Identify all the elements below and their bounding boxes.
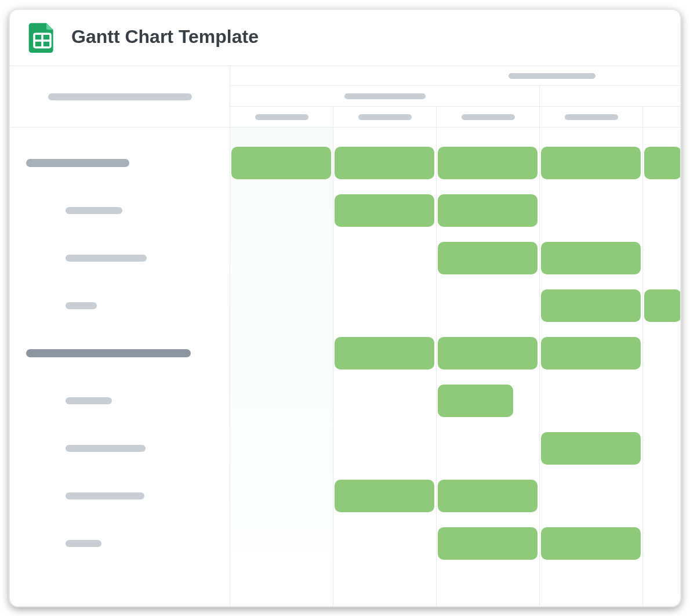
gantt-row bbox=[230, 329, 680, 377]
gantt-bar[interactable] bbox=[438, 194, 538, 227]
page-title: Gantt Chart Template bbox=[71, 26, 259, 48]
task-row[interactable] bbox=[10, 425, 230, 472]
task-label-placeholder bbox=[66, 492, 144, 499]
gantt-bar[interactable] bbox=[335, 337, 434, 369]
task-label-placeholder bbox=[66, 302, 97, 309]
timeline-col-header-placeholder bbox=[565, 114, 618, 120]
gantt-row bbox=[230, 520, 680, 567]
task-column-header-placeholder bbox=[48, 93, 192, 100]
gantt-bar[interactable] bbox=[438, 242, 538, 274]
gantt-bar[interactable] bbox=[231, 147, 331, 179]
timeline-header-row-1 bbox=[230, 66, 680, 86]
timeline-col-header[interactable] bbox=[333, 107, 437, 127]
task-group-header[interactable] bbox=[10, 329, 230, 377]
gantt-row bbox=[230, 472, 680, 520]
body bbox=[10, 66, 680, 606]
timeline-col-header[interactable] bbox=[540, 107, 643, 127]
gantt-bar[interactable] bbox=[335, 194, 434, 227]
gantt-bar[interactable] bbox=[438, 147, 538, 179]
timeline-col-header-placeholder bbox=[358, 114, 412, 120]
task-column-header bbox=[10, 66, 230, 128]
timeline-col-header-placeholder bbox=[255, 114, 308, 120]
timeline-header-row-3 bbox=[230, 107, 680, 128]
gantt-bar[interactable] bbox=[438, 337, 538, 369]
gantt-row bbox=[230, 187, 680, 234]
task-group-label-placeholder bbox=[26, 159, 129, 167]
task-label-placeholder bbox=[66, 397, 112, 404]
task-row[interactable] bbox=[10, 472, 230, 520]
timeline-header-group-placeholder bbox=[344, 93, 426, 99]
google-sheets-icon bbox=[26, 20, 59, 53]
gantt-bar[interactable] bbox=[644, 147, 680, 179]
gantt-bar[interactable] bbox=[335, 480, 434, 512]
gantt-bar[interactable] bbox=[438, 527, 538, 560]
task-label-placeholder bbox=[66, 207, 122, 214]
task-row[interactable] bbox=[10, 282, 230, 329]
timeline-col-header[interactable] bbox=[437, 107, 540, 127]
gantt-bar[interactable] bbox=[541, 289, 641, 322]
timeline bbox=[230, 66, 680, 606]
app-window: Gantt Chart Template bbox=[9, 9, 681, 607]
task-label-placeholder bbox=[66, 255, 147, 262]
task-group-header[interactable] bbox=[10, 139, 230, 187]
timeline-header-row-2 bbox=[230, 86, 680, 107]
task-label-placeholder bbox=[66, 445, 146, 452]
task-group-label-placeholder bbox=[26, 349, 191, 357]
task-row[interactable] bbox=[10, 187, 230, 234]
header: Gantt Chart Template bbox=[10, 10, 680, 66]
timeline-header-group bbox=[540, 86, 680, 106]
gantt-bar[interactable] bbox=[541, 242, 641, 274]
timeline-col-header[interactable] bbox=[230, 107, 333, 127]
gantt-bar[interactable] bbox=[644, 289, 680, 322]
task-row[interactable] bbox=[10, 520, 230, 567]
timeline-grid bbox=[230, 128, 680, 606]
gantt-row bbox=[230, 377, 680, 425]
gantt-row bbox=[230, 234, 680, 282]
timeline-header-group bbox=[230, 86, 540, 106]
gantt-bar[interactable] bbox=[438, 480, 538, 512]
gantt-bar[interactable] bbox=[541, 527, 641, 560]
gantt-row bbox=[230, 425, 680, 472]
timeline-col-header[interactable] bbox=[643, 107, 680, 127]
gantt-bar[interactable] bbox=[541, 337, 641, 369]
task-row[interactable] bbox=[10, 377, 230, 425]
task-column bbox=[10, 66, 230, 606]
gantt-bars bbox=[230, 139, 680, 606]
gantt-bar[interactable] bbox=[438, 385, 513, 417]
gantt-row bbox=[230, 139, 680, 187]
gantt-bar[interactable] bbox=[541, 147, 641, 179]
gantt-bar[interactable] bbox=[541, 432, 641, 465]
task-label-placeholder bbox=[66, 540, 101, 547]
task-rows bbox=[10, 128, 230, 606]
task-row[interactable] bbox=[10, 234, 230, 282]
gantt-bar[interactable] bbox=[335, 147, 434, 179]
gantt-row bbox=[230, 282, 680, 329]
timeline-header-1-placeholder bbox=[509, 73, 595, 79]
timeline-col-header-placeholder bbox=[462, 114, 515, 120]
